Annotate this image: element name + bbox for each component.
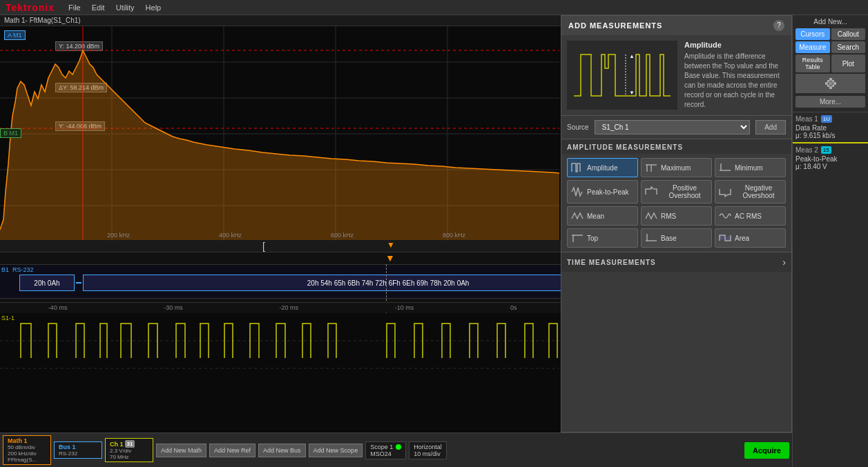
menu-bar: Tektronix File Edit Utility Help — [0, 0, 868, 15]
top-icon — [570, 232, 584, 244]
amplitude-desc-text: Amplitude is the difference between the … — [684, 52, 786, 110]
svg-text:▲: ▲ — [629, 53, 635, 59]
meas2-badge: 15 — [821, 146, 831, 154]
expand-chevron-icon: › — [782, 257, 786, 268]
time-label--40ms: -40 ms — [48, 304, 68, 311]
ch1-badge: 31 — [125, 440, 135, 448]
channel-b-label: B M1 — [0, 128, 21, 138]
meas-pos-overshoot-button[interactable]: Positive Overshoot — [641, 180, 712, 203]
math1-line2: 200 kHz/div — [8, 450, 46, 457]
cursors-button[interactable]: Cursors — [795, 28, 830, 40]
amplitude-section-title: AMPLITUDE MEASUREMENTS — [561, 139, 791, 154]
scope1-status[interactable]: Scope 1 MSO24 — [365, 441, 406, 459]
meas2-sub1: Peak-to-Peak — [795, 155, 865, 163]
ch1-line1: 2.3 V/div — [110, 448, 148, 454]
panel-help-button[interactable]: ? — [773, 20, 784, 31]
menu-edit[interactable]: Edit — [92, 3, 105, 12]
meas-amplitude-button[interactable]: Amplitude — [567, 158, 638, 177]
mean-icon — [570, 210, 584, 221]
callout-button[interactable]: Callout — [831, 28, 866, 40]
menu-file[interactable]: File — [68, 3, 81, 12]
horizontal-value: 10 ms/div — [414, 450, 442, 457]
time-label-0s: 0s — [510, 304, 517, 311]
svg-rect-23 — [567, 41, 677, 110]
math1-status[interactable]: Math 1 50 dBm/div 200 kHz/div FFtmag(S..… — [3, 435, 51, 465]
more-icon-area[interactable] — [795, 74, 865, 93]
scope1-title: Scope 1 — [370, 444, 401, 450]
x-label-600k: 600 kHz — [331, 232, 354, 239]
meas-base-button[interactable]: Base — [641, 228, 712, 248]
time-label--10ms: -10 ms — [395, 304, 414, 311]
horizontal-status[interactable]: Horizontal 10 ms/div — [409, 441, 447, 459]
minimum-icon — [718, 162, 732, 173]
meas-neg-overshoot-button[interactable]: Negative Overshoot — [715, 180, 786, 203]
waveform-marker: ▼ — [385, 252, 395, 264]
bracket-left: [ — [262, 241, 265, 252]
time-label--20ms: -20 ms — [279, 304, 298, 311]
search-button[interactable]: Search — [831, 41, 866, 53]
math1-line3: FFtmag(S... — [8, 457, 46, 463]
svg-rect-8 — [829, 81, 833, 86]
meas-minimum-button[interactable]: Minimum — [715, 158, 786, 177]
svg-rect-2 — [825, 82, 828, 85]
menu-utility[interactable]: Utility — [116, 3, 135, 12]
positive-overshoot-icon — [644, 186, 658, 197]
meas-maximum-button[interactable]: Maximum — [641, 158, 712, 177]
meas2-section: Meas 2 15 Peak-to-Peak μ: 18.40 V — [793, 142, 868, 173]
source-select[interactable]: S1_Ch 1 — [595, 120, 751, 135]
more-button[interactable]: More... — [795, 96, 865, 108]
meas1-sub2: μ: 9.615 kb/s — [795, 132, 865, 139]
meas-mean-button[interactable]: Mean — [567, 206, 638, 226]
ch1-status[interactable]: Ch 1 31 2.3 V/div 70 MHz — [105, 438, 153, 462]
fft-title-text: Math 1- FftMag(S1_Ch1) — [4, 17, 81, 24]
panel-header: ADD MEASUREMENTS ? — [561, 16, 791, 35]
results-table-button[interactable]: Results Table — [795, 54, 830, 72]
meas-top-button[interactable]: Top — [567, 228, 638, 248]
acquire-button[interactable]: Acquire — [744, 442, 789, 459]
source-label: Source — [567, 123, 589, 131]
rms-icon — [644, 210, 658, 221]
peak-to-peak-icon — [570, 186, 584, 197]
meas-area-button[interactable]: Area — [715, 228, 786, 248]
meas2-sub2: μ: 18.40 V — [795, 163, 865, 170]
bus1-status[interactable]: Bus 1 RS-232 — [54, 441, 102, 459]
add-new-math-button[interactable]: Add New Math — [156, 444, 206, 457]
svg-rect-0 — [829, 78, 832, 81]
base-icon — [644, 232, 658, 244]
status-bar: Math 1 50 dBm/div 200 kHz/div FFtmag(S..… — [0, 433, 792, 467]
x-label-200k: 200 kHz — [107, 232, 130, 239]
panel-title: ADD MEASUREMENTS — [568, 21, 662, 30]
meas1-badge: 1U — [821, 115, 832, 123]
plot-button[interactable]: Plot — [831, 54, 866, 72]
time-measurements-header[interactable]: TIME MEASUREMENTS › — [561, 252, 791, 272]
add-new-bus-button[interactable]: Add New Bus — [258, 444, 306, 457]
rs232-label: RS-232 — [12, 266, 34, 273]
add-new-scope-button[interactable]: Add New Scope — [309, 444, 363, 457]
source-row: Source S1_Ch 1 Add — [561, 116, 791, 139]
meas1-label: Meas 1 — [795, 115, 818, 123]
right-sidebar: Add New... Cursors Callout Measure Searc… — [792, 15, 868, 467]
area-icon — [718, 232, 732, 244]
add-measurements-panel: ADD MEASUREMENTS ? ▲ ▼ Amplitude Amplitu… — [561, 15, 792, 433]
ch1-label-small: S1-1 — [1, 315, 15, 321]
ch1-line2: 70 MHz — [110, 454, 148, 460]
add-new-ref-button[interactable]: Add New Ref — [209, 444, 255, 457]
negative-overshoot-icon — [718, 186, 732, 197]
add-measurement-button[interactable]: Add — [755, 120, 786, 135]
meas2-label: Meas 2 — [795, 146, 818, 154]
time-section-label: TIME MEASUREMENTS — [567, 259, 656, 266]
measurements-grid: Amplitude Maximum Minimum Peak-to-Peak P… — [561, 154, 791, 252]
amplitude-title: Amplitude — [684, 41, 786, 49]
amplitude-chart: ▲ ▼ — [567, 41, 677, 110]
time-label--30ms: -30 ms — [164, 304, 183, 311]
bus-connector-1 — [76, 282, 81, 284]
x-label-400k: 400 kHz — [219, 232, 242, 239]
meas-acrms-button[interactable]: AC RMS — [715, 206, 786, 226]
cursor-marker: ▼ — [387, 240, 395, 250]
bus1-line1: RS-232 — [59, 450, 97, 457]
add-new-label: Add New... — [795, 18, 865, 26]
meas-peak-to-peak-button[interactable]: Peak-to-Peak — [567, 180, 638, 203]
measure-button[interactable]: Measure — [795, 41, 830, 53]
menu-help[interactable]: Help — [146, 3, 162, 12]
meas-rms-button[interactable]: RMS — [641, 206, 712, 226]
